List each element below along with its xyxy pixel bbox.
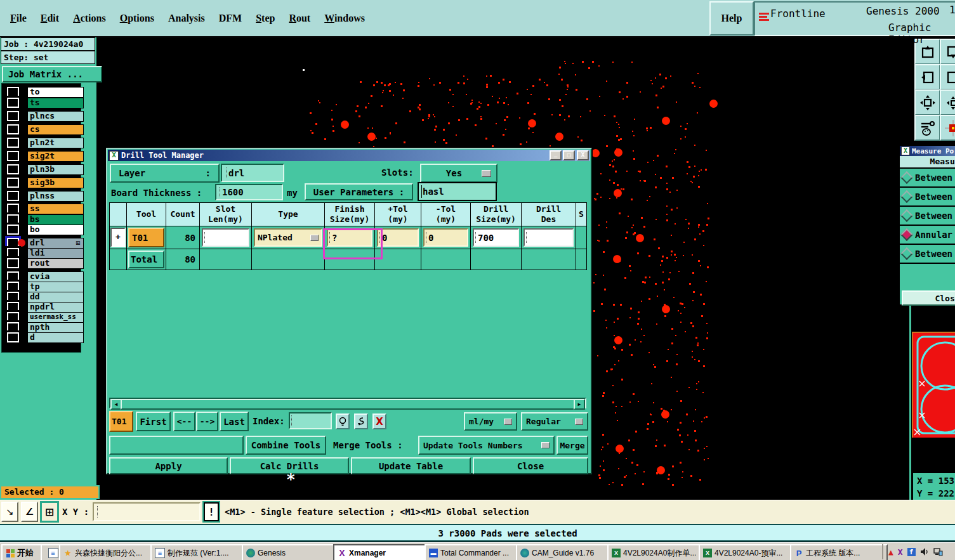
first-button[interactable]: First xyxy=(136,412,171,431)
layer-checkbox[interactable] xyxy=(7,312,19,322)
measure-close-button[interactable]: Close xyxy=(902,290,955,306)
task-total-commander[interactable]: ▬ Total Commander ... xyxy=(425,544,522,560)
layer-checkbox[interactable] xyxy=(7,164,19,174)
thickness-input[interactable]: 1600 xyxy=(215,184,283,200)
prev-button[interactable]: <-- xyxy=(173,412,195,431)
xy-input[interactable] xyxy=(93,502,201,521)
type-dropdown[interactable]: NPlated xyxy=(254,228,322,247)
next-button[interactable]: --> xyxy=(196,412,218,431)
zoom-selection-button[interactable] xyxy=(940,89,955,115)
task-eng-system[interactable]: P 工程系统 版本... xyxy=(790,544,888,560)
apply-button[interactable]: Apply xyxy=(109,457,228,474)
units-dropdown[interactable]: ml/my xyxy=(464,412,517,431)
task-excel-1[interactable]: X 4V2L9024A0制作单... xyxy=(607,544,705,560)
layer-checkbox[interactable] xyxy=(7,322,19,332)
job-matrix-button[interactable]: Job Matrix ... xyxy=(2,66,102,82)
layer-label[interactable]: sig3b xyxy=(27,178,84,188)
layer-row-d[interactable]: d xyxy=(4,332,19,342)
user-parameters-input[interactable]: hasl xyxy=(418,182,497,201)
layer-label[interactable]: pln2t xyxy=(27,138,84,148)
layer-checkbox[interactable] xyxy=(7,204,19,214)
drill-des-input[interactable] xyxy=(524,228,574,247)
layer-row-to[interactable]: to xyxy=(4,87,19,97)
layer-label[interactable]: rout xyxy=(27,258,84,269)
layer-row-bs[interactable]: bs xyxy=(4,214,19,225)
layer-checkbox[interactable] xyxy=(7,87,19,97)
layer-label[interactable]: ss xyxy=(27,204,84,214)
tray-triangle-icon[interactable]: ▲ xyxy=(888,547,893,557)
h-scrollbar[interactable]: ◀ ▶ xyxy=(109,398,586,408)
grid-mode-button[interactable]: ⊞ xyxy=(40,501,59,523)
close-button[interactable]: X xyxy=(577,150,589,160)
task-xingsen[interactable]: ★ 兴森快捷衡阳分公... xyxy=(59,544,157,560)
sort-button[interactable] xyxy=(354,413,368,429)
layer-checkbox[interactable] xyxy=(7,138,19,148)
layer-row-bo[interactable]: bo xyxy=(4,225,19,235)
menu-edit[interactable]: Edit xyxy=(41,13,59,24)
pan-right-button[interactable] xyxy=(940,64,955,90)
menu-windows[interactable]: Windows xyxy=(324,13,365,24)
layer-row-tp[interactable]: tp xyxy=(4,282,19,292)
layer-checkbox[interactable] xyxy=(7,191,19,201)
layer-checkbox[interactable] xyxy=(7,214,19,225)
layer-checkbox[interactable] xyxy=(7,151,19,161)
minimize-button[interactable]: _ xyxy=(550,150,562,160)
layer-label[interactable]: npdrl xyxy=(27,302,84,313)
layer-row-plnss[interactable]: plnss xyxy=(4,191,19,201)
start-button[interactable]: 开始 xyxy=(1,544,46,560)
merge-button[interactable]: Merge xyxy=(557,436,588,455)
layer-label[interactable]: bs xyxy=(27,214,84,225)
ptol-input[interactable]: 0 xyxy=(377,228,419,247)
layer-label[interactable]: cs xyxy=(27,124,84,135)
layer-row-rout[interactable]: rout xyxy=(4,258,19,268)
layer-checkbox[interactable] xyxy=(7,124,19,134)
layer-label[interactable]: bo xyxy=(27,225,84,235)
measure-option-between-3[interactable]: Between xyxy=(900,207,955,226)
scrollbar-thumb[interactable] xyxy=(121,399,575,410)
layer-label[interactable]: usermask_ss xyxy=(27,312,84,323)
task-xmanager-active[interactable]: X Xmanager xyxy=(333,544,431,560)
layer-row-npth[interactable]: npth xyxy=(4,322,19,332)
layer-label[interactable]: d xyxy=(27,332,84,343)
layer-checkbox[interactable] xyxy=(7,98,19,108)
pan-left-button[interactable] xyxy=(914,64,940,90)
layer-checkbox[interactable] xyxy=(7,292,19,302)
mode-dropdown[interactable]: Regular xyxy=(521,412,588,431)
menu-file[interactable]: File xyxy=(10,13,27,24)
layer-checkbox[interactable] xyxy=(7,282,19,292)
layer-label[interactable]: cvia xyxy=(27,271,84,282)
layer-row-cs[interactable]: cs xyxy=(4,124,19,134)
layer-label[interactable]: ldi xyxy=(27,248,84,259)
layer-label[interactable]: dd xyxy=(27,292,84,303)
menu-dfm[interactable]: DFM xyxy=(219,13,242,24)
merge-option-dropdown[interactable]: Update Tools Numbers xyxy=(418,436,555,455)
slot-len-input[interactable] xyxy=(202,228,249,247)
tray-network-icon[interactable] xyxy=(933,548,943,556)
layer-label[interactable]: plncs xyxy=(27,111,84,122)
measure-titlebar[interactable]: X Measure Po xyxy=(900,146,955,156)
layer-checkbox[interactable] xyxy=(7,248,19,258)
menu-step[interactable]: Step xyxy=(256,13,275,24)
measure-option-between-4[interactable]: Between xyxy=(900,245,955,264)
menu-actions[interactable]: Actions xyxy=(73,13,106,24)
layer-row-dd[interactable]: dd xyxy=(4,292,19,302)
tray-speaker-icon[interactable] xyxy=(920,547,929,556)
layer-row-usermask[interactable]: usermask_ss xyxy=(4,312,19,322)
layer-label[interactable]: ts xyxy=(27,98,84,108)
layer-row-npdrl[interactable]: npdrl xyxy=(4,302,19,312)
layer-row-sig3b[interactable]: sig3b xyxy=(4,178,19,188)
measure-option-between-1[interactable]: Between xyxy=(900,169,955,188)
layer-field-button[interactable]: Layer: xyxy=(110,164,220,183)
dialog-titlebar[interactable]: X Drill Tool Manager _ □ X xyxy=(108,150,590,161)
layer-row-pln2t[interactable]: pln2t xyxy=(4,138,19,148)
highlight-bulb-button[interactable] xyxy=(336,413,350,429)
menu-rout[interactable]: Rout xyxy=(289,13,310,24)
layer-label[interactable]: sig2t xyxy=(27,151,84,162)
layer-row-ss[interactable]: ss xyxy=(4,204,19,214)
tray-f-icon[interactable]: f xyxy=(907,548,916,556)
layer-checkbox[interactable] xyxy=(7,332,19,342)
layer-checkbox[interactable] xyxy=(7,258,19,268)
layer-label[interactable]: pln3b xyxy=(27,164,84,175)
measure-mode-button[interactable]: ↘ xyxy=(1,502,18,522)
layer-checkbox[interactable] xyxy=(7,302,19,312)
